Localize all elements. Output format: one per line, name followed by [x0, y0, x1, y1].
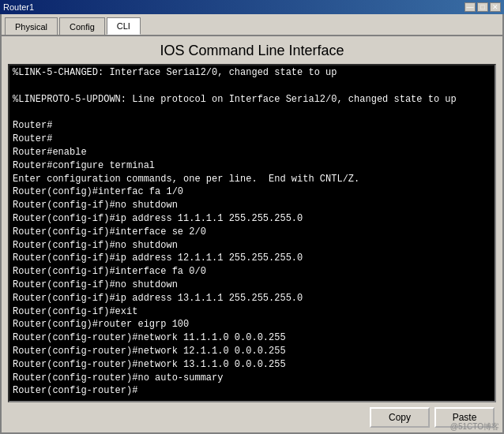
main-window: Physical Config CLI IOS Command Line Int… — [0, 14, 504, 434]
maximize-button[interactable]: □ — [477, 2, 488, 12]
window-title: Router1 — [3, 2, 34, 12]
tab-cli[interactable]: CLI — [107, 17, 141, 35]
bottom-bar: Copy Paste — [2, 402, 502, 432]
tab-config[interactable]: Config — [59, 17, 105, 35]
title-bar: Router1 — □ ✕ — [0, 0, 504, 14]
watermark: @51CTO博客 — [450, 421, 499, 432]
cli-heading: IOS Command Line Interface — [2, 36, 502, 64]
minimize-button[interactable]: — — [465, 2, 476, 12]
copy-button[interactable]: Copy — [370, 407, 430, 428]
tab-bar: Physical Config CLI — [2, 14, 502, 36]
tab-physical[interactable]: Physical — [5, 17, 58, 35]
close-button[interactable]: ✕ — [490, 2, 501, 12]
window-controls: — □ ✕ — [465, 2, 501, 12]
terminal-output[interactable]: Router# Router# Router# Router# %LINK-5-… — [9, 65, 495, 401]
terminal-wrapper: Router# Router# Router# Router# %LINK-5-… — [8, 64, 496, 402]
